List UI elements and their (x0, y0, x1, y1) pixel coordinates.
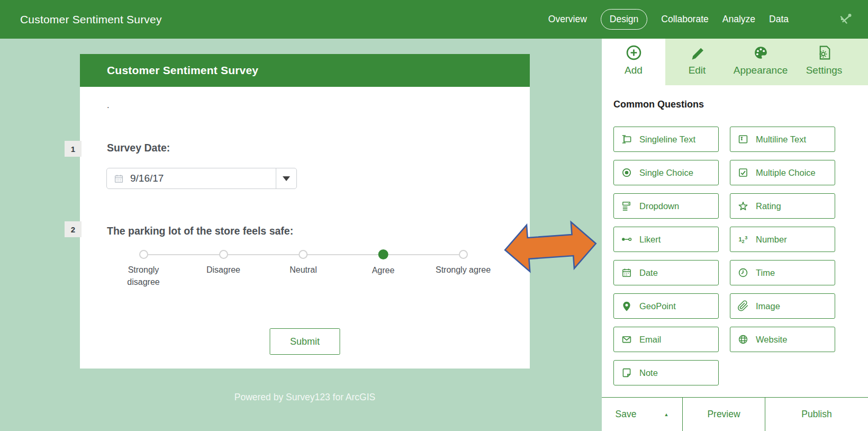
question-type-label: Multiple Choice (756, 168, 816, 178)
tab-label: Edit (689, 65, 706, 76)
question-label-survey-date[interactable]: Survey Date: (107, 142, 170, 154)
action-bar: Save ▲ Preview Publish (602, 397, 868, 431)
save-button[interactable]: Save ▲ (602, 398, 683, 431)
likert-option: Neutral (290, 247, 317, 276)
question-type-label: Multiline Text (756, 134, 806, 145)
question-type-date[interactable]: Date (613, 260, 719, 285)
question-type-image[interactable]: Image (730, 293, 835, 319)
survey-description[interactable]: . (107, 101, 109, 110)
singleline-text-icon (621, 133, 632, 145)
pencil-icon (689, 44, 706, 61)
publish-label: Publish (801, 409, 831, 420)
link-icon[interactable] (838, 11, 854, 27)
likert-scale: Strongly disagree Disagree Neutral Agree… (143, 247, 463, 297)
svg-text:2: 2 (742, 239, 745, 244)
tab-label: Settings (806, 65, 843, 76)
survey-preview-card: Customer Sentiment Survey . 1 Survey Dat… (80, 54, 530, 369)
tab-label: Add (625, 65, 643, 76)
tab-strip-filler (856, 39, 868, 85)
preview-button[interactable]: Preview (683, 398, 765, 431)
tab-add[interactable]: Add (602, 39, 665, 85)
radio-icon (621, 167, 632, 178)
question-type-website[interactable]: Website (730, 327, 835, 352)
top-nav: Overview Design Collaborate Analyze Data (548, 9, 789, 30)
tab-settings[interactable]: Settings (792, 39, 856, 85)
app-title: Customer Sentiment Survey (20, 13, 162, 26)
date-picker-field[interactable]: 9/16/17 (106, 168, 297, 189)
survey-title-bar: Customer Sentiment Survey (80, 54, 530, 87)
section-title: Common Questions (613, 99, 868, 110)
likert-scale-icon (621, 234, 632, 245)
question-type-number[interactable]: 1 2 3 Number (730, 227, 835, 252)
gear-document-icon (816, 44, 833, 61)
question-type-singleline-text[interactable]: Singleline Text (613, 127, 719, 152)
nav-analyze[interactable]: Analyze (722, 14, 755, 25)
dropdown-list-icon (621, 200, 632, 212)
likert-dot[interactable] (459, 250, 468, 259)
question-type-label: Likert (639, 235, 661, 245)
question-type-multiline-text[interactable]: Multiline Text (730, 127, 835, 152)
question-label-parking[interactable]: The parking lot of the store feels safe: (107, 225, 293, 237)
tab-edit[interactable]: Edit (665, 39, 729, 85)
calendar-icon (113, 173, 124, 184)
app-header: Customer Sentiment Survey Overview Desig… (0, 0, 868, 39)
question-type-label: Singleline Text (639, 134, 695, 145)
question-number-badge: 2 (65, 221, 82, 237)
nav-design[interactable]: Design (601, 9, 647, 30)
likert-dot-selected[interactable] (378, 249, 388, 259)
double-arrow-annotation (503, 221, 601, 274)
checkbox-icon (737, 167, 749, 178)
calendar-icon (621, 267, 632, 279)
nav-data[interactable]: Data (769, 14, 789, 25)
question-type-label: Time (756, 268, 775, 278)
question-number-badge: 1 (65, 141, 82, 157)
number-123-icon: 1 2 3 (737, 234, 749, 245)
nav-collaborate[interactable]: Collaborate (661, 14, 709, 25)
question-type-likert[interactable]: Likert (613, 227, 719, 252)
save-label: Save (616, 409, 637, 420)
survey-title: Customer Sentiment Survey (107, 64, 258, 77)
question-type-label: Website (756, 335, 787, 345)
likert-option-label: Strongly agree (436, 264, 491, 276)
question-type-single-choice[interactable]: Single Choice (613, 160, 719, 185)
powered-by-text: Powered by Survey123 for ArcGIS (80, 392, 530, 403)
caret-up-icon: ▲ (664, 412, 668, 417)
likert-option: Disagree (206, 247, 240, 276)
sidebar-tabs: Add Edit Appearance (602, 39, 868, 85)
question-type-time[interactable]: Time (730, 260, 835, 285)
question-type-rating[interactable]: Rating (730, 193, 835, 219)
question-type-note[interactable]: Note (613, 360, 719, 385)
question-type-label: GeoPoint (639, 301, 676, 311)
question-type-label: Rating (756, 201, 781, 211)
question-type-geopoint[interactable]: GeoPoint (613, 293, 719, 319)
likert-dot[interactable] (299, 250, 308, 259)
likert-option-label: Agree (372, 264, 395, 276)
globe-icon (737, 334, 749, 345)
likert-option-selected: Agree (372, 247, 395, 276)
svg-text:1: 1 (738, 236, 742, 243)
clock-icon (737, 267, 749, 279)
question-type-email[interactable]: Email (613, 327, 719, 352)
question-type-label: Number (756, 235, 787, 245)
likert-option-label: Neutral (290, 264, 317, 276)
date-dropdown-button[interactable] (276, 168, 296, 188)
add-circle-icon (626, 44, 642, 61)
map-pin-icon (621, 300, 632, 312)
likert-option: Strongly disagree (121, 247, 166, 288)
likert-dot[interactable] (219, 250, 228, 259)
app: Customer Sentiment Survey Overview Desig… (0, 0, 868, 431)
tab-label: Appearance (734, 65, 788, 76)
note-icon (621, 367, 632, 379)
nav-overview[interactable]: Overview (548, 14, 587, 25)
question-type-label: Date (639, 268, 658, 278)
date-value: 9/16/17 (130, 173, 164, 184)
likert-option-label: Strongly disagree (121, 264, 166, 288)
publish-button[interactable]: Publish (765, 398, 868, 431)
svg-text:3: 3 (745, 235, 747, 240)
tab-appearance[interactable]: Appearance (729, 39, 792, 85)
question-type-label: Single Choice (639, 168, 693, 178)
submit-button[interactable]: Submit (270, 328, 340, 355)
question-type-dropdown[interactable]: Dropdown (613, 193, 719, 219)
likert-dot[interactable] (139, 250, 148, 259)
question-type-multiple-choice[interactable]: Multiple Choice (730, 160, 835, 185)
